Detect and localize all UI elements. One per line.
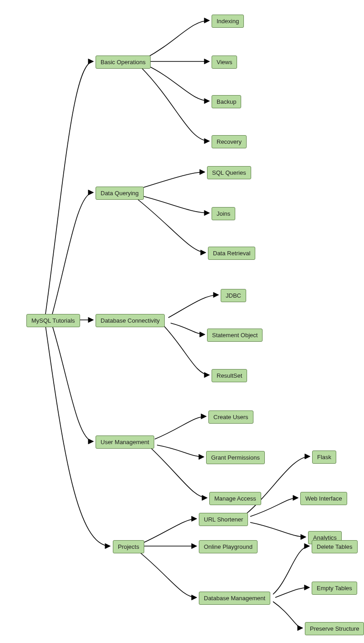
node-joins: Joins (212, 207, 235, 220)
node-jdbc: JDBC (221, 289, 246, 302)
node-label: Flask (317, 454, 331, 461)
node-preserve-structure: Preserve Structure (305, 622, 364, 635)
node-label: JDBC (226, 292, 241, 299)
node-label: Manage Access (214, 495, 256, 502)
node-user-management: User Management (96, 435, 154, 449)
node-create-users: Create Users (208, 410, 253, 424)
node-resultset: ResultSet (212, 369, 247, 382)
node-data-retrieval: Data Retrieval (208, 247, 255, 260)
node-label: Empty Tables (317, 585, 352, 592)
node-label: ResultSet (217, 372, 242, 379)
node-label: URL Shortener (204, 516, 243, 523)
node-basic-operations: Basic Operations (96, 56, 151, 69)
node-label: Database Connectivity (101, 317, 160, 324)
node-web-interface: Web Interface (300, 492, 347, 505)
node-backup: Backup (212, 95, 241, 108)
node-label: Online Playground (204, 543, 253, 550)
node-indexing: Indexing (212, 15, 244, 28)
node-views: Views (212, 56, 237, 69)
node-flask: Flask (312, 451, 336, 464)
node-label: Delete Tables (317, 543, 353, 550)
node-label: Recovery (217, 138, 242, 145)
node-database-connectivity: Database Connectivity (96, 314, 165, 327)
node-label: SQL Queries (212, 169, 246, 176)
node-grant-permissions: Grant Permissions (206, 451, 265, 464)
node-label: Backup (217, 98, 236, 105)
node-sql-queries: SQL Queries (207, 166, 251, 179)
node-label: Statement Object (212, 332, 258, 339)
node-label: Indexing (217, 18, 239, 25)
node-empty-tables: Empty Tables (312, 582, 357, 595)
node-url-shortener: URL Shortener (199, 513, 248, 526)
node-data-querying: Data Querying (96, 187, 144, 200)
node-label: Joins (217, 210, 230, 217)
node-label: MySQL Tutorials (31, 317, 75, 324)
node-label: Create Users (213, 414, 248, 420)
node-label: Grant Permissions (211, 454, 260, 461)
node-label: Projects (118, 543, 139, 550)
node-label: Basic Operations (101, 59, 146, 66)
node-label: Preserve Structure (310, 625, 359, 632)
node-statement-object: Statement Object (207, 329, 263, 342)
node-projects: Projects (113, 540, 144, 553)
node-label: Views (217, 59, 232, 66)
node-delete-tables: Delete Tables (312, 540, 358, 553)
node-label: User Management (101, 439, 149, 446)
node-label: Data Retrieval (213, 250, 250, 257)
node-database-management: Database Management (199, 592, 270, 605)
node-online-playground: Online Playground (199, 540, 258, 553)
node-label: Web Interface (305, 495, 342, 502)
node-manage-access: Manage Access (209, 492, 261, 505)
node-label: Database Management (204, 595, 265, 602)
node-root: MySQL Tutorials (26, 314, 80, 327)
node-label: Data Querying (101, 190, 139, 197)
node-recovery: Recovery (212, 135, 247, 148)
